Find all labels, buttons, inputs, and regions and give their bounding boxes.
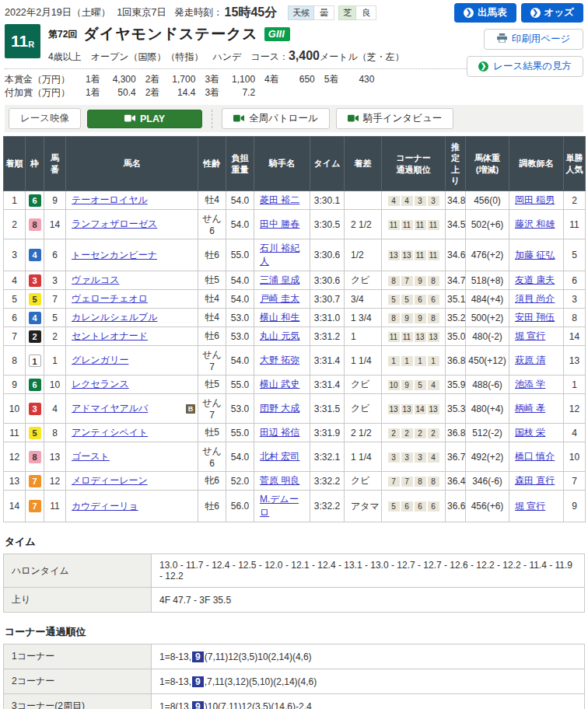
corner-section-title: コーナー通過順位 bbox=[5, 625, 583, 639]
corner-position: 11 bbox=[415, 250, 426, 260]
result-row: 169テーオーロイヤル牡454.0菱田 裕二3:30.1443334.8456(… bbox=[4, 191, 586, 210]
horse-name-link[interactable]: メロディーレーン bbox=[72, 475, 148, 486]
jockey-link[interactable]: 団野 大成 bbox=[260, 403, 299, 414]
horse-number: 10 bbox=[44, 375, 66, 394]
corner-position: 8 bbox=[388, 276, 400, 286]
jockey-link[interactable]: 北村 宏司 bbox=[260, 451, 299, 462]
highlighted-horse-number: 9 bbox=[192, 651, 204, 662]
horse-name-link[interactable]: ヴァルコス bbox=[72, 274, 119, 285]
weather-label: 天候 bbox=[288, 5, 314, 20]
jockey-link[interactable]: 大野 拓弥 bbox=[260, 354, 299, 365]
jockey-link[interactable]: 菅原 明良 bbox=[260, 475, 299, 486]
column-header: 馬 番 bbox=[44, 137, 66, 191]
carried-weight: 53.0 bbox=[226, 327, 254, 346]
horse-name-link[interactable]: レクセランス bbox=[72, 379, 129, 389]
jockey-link[interactable]: 田中 勝春 bbox=[260, 218, 299, 229]
trainer-link[interactable]: 須貝 尚介 bbox=[515, 293, 555, 304]
horse-name-link[interactable]: グレンガリー bbox=[72, 354, 128, 365]
horse-name-link[interactable]: ランフォザローゼス bbox=[72, 218, 157, 229]
horse-name-link[interactable]: ゴースト bbox=[72, 451, 110, 462]
trainer-link[interactable]: 森田 直行 bbox=[515, 475, 555, 486]
horse-name-link[interactable]: セントレオナード bbox=[72, 330, 148, 341]
finish-position: 8 bbox=[4, 346, 26, 375]
column-header: コーナー 通過順位 bbox=[382, 137, 446, 191]
condition-badges: 天候 曇 芝 良 bbox=[288, 5, 380, 20]
frame-cell: 3 bbox=[26, 394, 44, 424]
jockey-link[interactable]: 戸崎 圭太 bbox=[260, 293, 299, 304]
corner-row-value: 1=8-13,9(7,11)12(3,5)10(2,14)(4,6) bbox=[152, 644, 585, 669]
jockey-link[interactable]: 丸山 元気 bbox=[260, 330, 299, 341]
win-favorite: 6 bbox=[564, 271, 586, 290]
corner-position: 13 bbox=[428, 404, 439, 414]
frame-number: 6 bbox=[29, 194, 41, 207]
trainer-link[interactable]: 橋口 慎介 bbox=[515, 451, 555, 462]
corner-position: 1 bbox=[415, 356, 426, 366]
time-row-value: 13.0 - 11.7 - 12.4 - 12.5 - 12.0 - 12.1 … bbox=[152, 554, 585, 588]
carried-weight: 52.0 bbox=[226, 472, 254, 491]
entries-button[interactable]: ❯ 出馬表 bbox=[454, 3, 516, 23]
place-value: 1,100 bbox=[219, 74, 255, 85]
trainer-link[interactable]: 藤沢 和雄 bbox=[515, 218, 555, 229]
race-time: 3:31.0 bbox=[310, 309, 345, 327]
horse-name-link[interactable]: ヴェローチェオロ bbox=[72, 293, 148, 304]
trainer-link[interactable]: 安田 翔伍 bbox=[515, 312, 555, 323]
frame-cell: 1 bbox=[26, 346, 44, 375]
time-row-label: 上り bbox=[4, 588, 152, 613]
trainer-link[interactable]: 柄崎 孝 bbox=[515, 403, 545, 414]
jockey-interview-button[interactable]: 騎手インタビュー bbox=[336, 108, 453, 129]
trainer-cell: 池添 学 bbox=[509, 375, 564, 394]
horse-name-link[interactable]: カウディーリョ bbox=[72, 501, 138, 512]
column-header: 着順 bbox=[4, 137, 26, 191]
corner-position: 13 bbox=[415, 332, 426, 342]
margin bbox=[345, 191, 382, 210]
place-value: 7.2 bbox=[219, 87, 255, 98]
trainer-link[interactable]: 萩原 清 bbox=[515, 354, 545, 365]
trainer-link[interactable]: 国枝 栄 bbox=[515, 427, 545, 438]
sex-age: 牡4 bbox=[198, 191, 226, 210]
column-header: 調教師名 bbox=[509, 137, 564, 191]
blinker-badge: B bbox=[186, 404, 195, 414]
print-page-button[interactable]: 印刷用ページ bbox=[484, 29, 583, 50]
trainer-link[interactable]: 岡田 稲男 bbox=[515, 194, 555, 205]
race-date: 2022年2月19日（土曜） bbox=[5, 6, 110, 19]
play-button[interactable]: PLAY bbox=[87, 110, 202, 128]
header-actions: ❯ 出馬表 ❯ オッズ 印刷用ページ ❯ レース結果の見方 bbox=[454, 3, 583, 77]
horse-name-link[interactable]: テーオーロイヤル bbox=[72, 194, 148, 205]
trainer-link[interactable]: 池添 学 bbox=[515, 379, 545, 389]
jockey-link[interactable]: 田辺 裕信 bbox=[260, 427, 299, 438]
corner-passing: 1111 bbox=[382, 346, 446, 375]
carried-weight: 54.0 bbox=[226, 210, 254, 239]
corner-position: 6 bbox=[415, 501, 426, 512]
jockey-link[interactable]: 三浦 皇成 bbox=[260, 274, 299, 285]
horse-weight: 476(+2) bbox=[466, 239, 509, 271]
horse-number: 4 bbox=[44, 394, 66, 424]
race-edition: 第72回 bbox=[48, 28, 77, 41]
patrol-video-button[interactable]: 全周パトロール bbox=[222, 108, 330, 129]
race-video-button[interactable]: レース映像 bbox=[9, 108, 81, 129]
jockey-link[interactable]: 菱田 裕二 bbox=[260, 194, 299, 205]
horse-name-link[interactable]: アドマイヤアルバ bbox=[72, 403, 148, 414]
margin: 2 1/2 bbox=[345, 424, 382, 442]
jockey-link[interactable]: 石川 裕紀人 bbox=[260, 243, 299, 267]
horse-name-link[interactable]: カレンルシェルブル bbox=[72, 312, 158, 323]
race-number-suffix: R bbox=[28, 40, 34, 49]
margin: 2 1/2 bbox=[345, 210, 382, 239]
jockey-link[interactable]: M.デムーロ bbox=[260, 494, 299, 518]
jockey-link[interactable]: 横山 武史 bbox=[260, 379, 299, 389]
place-value: 1,700 bbox=[159, 74, 195, 85]
horse-name-link[interactable]: トーセンカンビーナ bbox=[72, 250, 157, 260]
trainer-link[interactable]: 加藤 征弘 bbox=[515, 250, 555, 260]
odds-button[interactable]: ❯ オッズ bbox=[521, 3, 583, 23]
video-camera-icon bbox=[233, 114, 244, 124]
results-guide-button[interactable]: ❯ レース結果の見方 bbox=[467, 56, 583, 77]
win-favorite: 7 bbox=[564, 472, 586, 491]
trainer-link[interactable]: 堀 宣行 bbox=[515, 501, 545, 512]
jockey-link[interactable]: 横山 和生 bbox=[260, 312, 299, 323]
added-prize-label: 付加賞（万円） bbox=[5, 86, 76, 100]
frame-number: 7 bbox=[29, 500, 41, 512]
trainer-link[interactable]: 友道 康夫 bbox=[515, 274, 555, 285]
corner-passing: 2222 bbox=[382, 424, 446, 442]
trainer-link[interactable]: 堀 宣行 bbox=[515, 330, 545, 341]
horse-name-link[interactable]: アンティシペイト bbox=[72, 427, 148, 438]
trainer-cell: 加藤 征弘 bbox=[509, 239, 564, 271]
